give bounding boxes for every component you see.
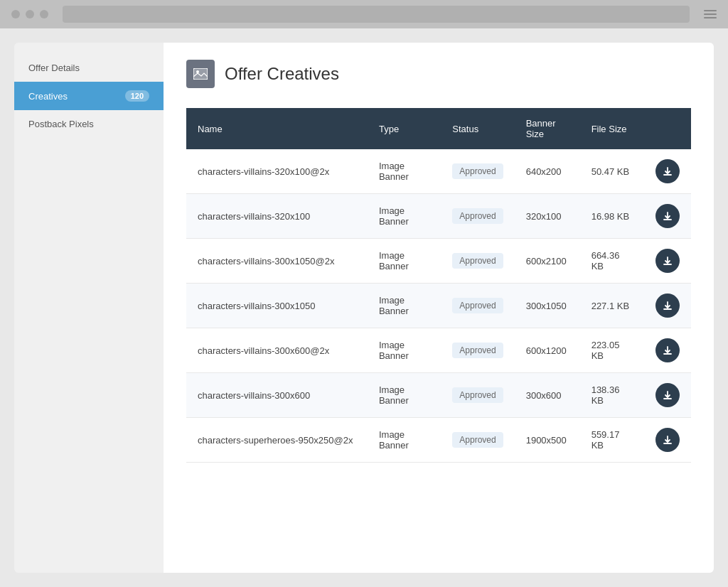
table-row: characters-villains-300x600@2x Image Ban… [186,328,691,373]
cell-name: characters-villains-300x600 [186,373,368,418]
sidebar: Offer Details Creatives 120 Postback Pix… [14,43,164,573]
status-badge: Approved [452,343,503,358]
sidebar-item-offer-details[interactable]: Offer Details [14,54,164,82]
cell-action [644,284,691,328]
cell-status: Approved [441,328,514,373]
table-row: characters-superheroes-950x250@2x Image … [186,418,691,463]
browser-url-bar[interactable] [63,6,690,23]
cell-type: Image Banner [368,418,441,463]
cell-file-size: 50.47 KB [580,149,644,194]
cell-type: Image Banner [368,194,441,239]
status-badge: Approved [452,163,503,179]
download-button[interactable] [655,159,680,183]
col-header-name: Name [186,108,368,149]
table-row: characters-villains-300x600 Image Banner… [186,373,691,418]
col-header-file-size: File Size [580,108,644,149]
cell-banner-size: 600x2100 [515,239,580,284]
sidebar-item-postback-pixels[interactable]: Postback Pixels [14,110,164,138]
cell-type: Image Banner [368,328,441,373]
cell-banner-size: 640x200 [515,149,580,194]
cell-status: Approved [441,194,514,239]
image-icon [193,68,208,80]
cell-name: characters-villains-320x100 [186,194,368,239]
menu-line-3 [704,17,717,18]
cell-type: Image Banner [368,284,441,328]
cell-action [644,418,691,463]
cell-name: characters-superheroes-950x250@2x [186,418,368,463]
main-content: Offer Creatives Name Type Status BannerS… [164,43,714,573]
cell-action [644,373,691,418]
col-header-status: Status [441,108,514,149]
download-button[interactable] [655,294,680,318]
creatives-badge: 120 [125,90,149,102]
cell-status: Approved [441,418,514,463]
cell-status: Approved [441,373,514,418]
sidebar-label-creatives: Creatives [28,91,68,102]
col-header-action [644,108,691,149]
cell-type: Image Banner [368,149,441,194]
table-header-row: Name Type Status BannerSize File Size [186,108,691,149]
browser-dot-1 [11,10,20,18]
cell-file-size: 138.36 KB [580,373,644,418]
browser-chrome [0,0,728,28]
col-header-type: Type [368,108,441,149]
download-button[interactable] [655,428,680,452]
cell-type: Image Banner [368,239,441,284]
cell-action [644,239,691,284]
cell-status: Approved [441,284,514,328]
status-badge: Approved [452,387,503,403]
cell-file-size: 223.05 KB [580,328,644,373]
download-button[interactable] [655,338,680,362]
table-row: characters-villains-300x1050 Image Banne… [186,284,691,328]
status-badge: Approved [452,432,503,448]
status-badge: Approved [452,208,503,224]
sidebar-label-offer-details: Offer Details [28,63,80,73]
page-header: Offer Creatives [186,60,691,88]
cell-name: characters-villains-300x600@2x [186,328,368,373]
cell-action [644,194,691,239]
browser-dot-3 [40,10,48,18]
cell-banner-size: 1900x500 [515,418,580,463]
cell-file-size: 559.17 KB [580,418,644,463]
cell-action [644,328,691,373]
menu-line-2 [704,14,717,15]
svg-rect-0 [193,68,208,80]
cell-file-size: 16.98 KB [580,194,644,239]
cell-banner-size: 300x600 [515,373,580,418]
cell-status: Approved [441,239,514,284]
cell-status: Approved [441,149,514,194]
cell-action [644,149,691,194]
sidebar-label-postback-pixels: Postback Pixels [28,119,94,129]
table-row: characters-villains-320x100@2x Image Ban… [186,149,691,194]
col-header-banner-size: BannerSize [515,108,580,149]
cell-file-size: 664.36 KB [580,239,644,284]
cell-banner-size: 300x1050 [515,284,580,328]
cell-file-size: 227.1 KB [580,284,644,328]
browser-menu-button[interactable] [704,10,717,18]
sidebar-item-creatives[interactable]: Creatives 120 [14,82,164,110]
menu-line-1 [704,10,717,11]
status-badge: Approved [452,253,503,269]
download-button[interactable] [655,249,680,273]
cell-banner-size: 600x1200 [515,328,580,373]
table-row: characters-villains-320x100 Image Banner… [186,194,691,239]
cell-type: Image Banner [368,373,441,418]
app-container: Offer Details Creatives 120 Postback Pix… [0,28,728,587]
browser-dot-2 [26,10,34,18]
table-row: characters-villains-300x1050@2x Image Ba… [186,239,691,284]
cell-name: characters-villains-300x1050 [186,284,368,328]
cell-name: characters-villains-300x1050@2x [186,239,368,284]
creatives-table: Name Type Status BannerSize File Size ch… [186,108,691,463]
download-button[interactable] [655,383,680,407]
cell-name: characters-villains-320x100@2x [186,149,368,194]
page-title: Offer Creatives [225,64,339,84]
download-button[interactable] [655,204,680,228]
page-header-icon [186,60,215,88]
status-badge: Approved [452,298,503,313]
cell-banner-size: 320x100 [515,194,580,239]
